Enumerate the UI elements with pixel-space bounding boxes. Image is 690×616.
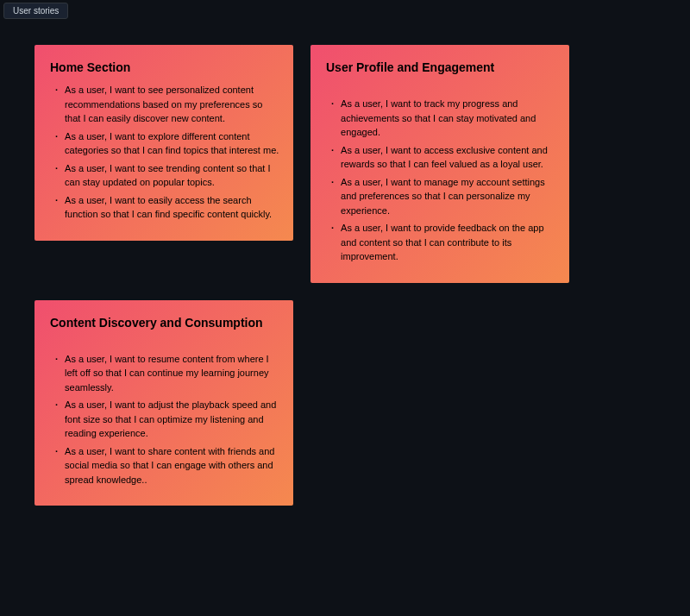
sticky-note-card[interactable]: Content Discovery and ConsumptionAs a us…	[34, 300, 293, 506]
sticky-note-card[interactable]: User Profile and EngagementAs a user, I …	[310, 45, 569, 283]
card-list-item-text: As a user, I want to track my progress a…	[341, 97, 555, 140]
canvas[interactable]: Home SectionAs a user, I want to see per…	[0, 21, 690, 616]
cards-container: Home SectionAs a user, I want to see per…	[34, 45, 656, 506]
card-title: User Profile and Engagement	[326, 60, 555, 74]
card-list-item-text: As a user, I want to explore different c…	[65, 129, 279, 158]
card-spacer	[326, 83, 555, 97]
card-list-item: As a user, I want to share content with …	[55, 444, 279, 487]
card-list: As a user, I want to track my progress a…	[326, 97, 555, 264]
card-list-item: As a user, I want to see personalized co…	[55, 83, 279, 126]
tab-user-stories[interactable]: User stories	[3, 3, 68, 19]
card-list-item-text: As a user, I want to share content with …	[65, 444, 279, 487]
card-list-item: As a user, I want to manage my account s…	[331, 175, 555, 218]
tab-bar: User stories	[0, 0, 690, 21]
card-list-item: As a user, I want to adjust the playback…	[55, 398, 279, 441]
card-title: Content Discovery and Consumption	[50, 316, 279, 330]
card-list-item-text: As a user, I want to resume content from…	[65, 352, 279, 395]
card-list-item: As a user, I want to easily access the s…	[55, 193, 279, 222]
card-spacer	[50, 338, 279, 352]
card-list-item: As a user, I want to resume content from…	[55, 352, 279, 395]
card-list-item-text: As a user, I want to easily access the s…	[65, 193, 279, 222]
card-list-item-text: As a user, I want to see trending conten…	[65, 161, 279, 190]
card-list-item-text: As a user, I want to access exclusive co…	[341, 143, 555, 172]
card-list-item: As a user, I want to access exclusive co…	[331, 143, 555, 172]
card-list-item: As a user, I want to see trending conten…	[55, 161, 279, 190]
card-list: As a user, I want to see personalized co…	[50, 83, 279, 222]
card-list-item-text: As a user, I want to adjust the playback…	[65, 398, 279, 441]
card-list-item: As a user, I want to explore different c…	[55, 129, 279, 158]
card-title: Home Section	[50, 60, 279, 74]
card-list-item-text: As a user, I want to see personalized co…	[65, 83, 279, 126]
card-list-item: As a user, I want to track my progress a…	[331, 97, 555, 140]
card-list-item-text: As a user, I want to provide feedback on…	[341, 221, 555, 264]
card-list-item: As a user, I want to provide feedback on…	[331, 221, 555, 264]
card-list: As a user, I want to resume content from…	[50, 352, 279, 487]
sticky-note-card[interactable]: Home SectionAs a user, I want to see per…	[34, 45, 293, 241]
card-list-item-text: As a user, I want to manage my account s…	[341, 175, 555, 218]
